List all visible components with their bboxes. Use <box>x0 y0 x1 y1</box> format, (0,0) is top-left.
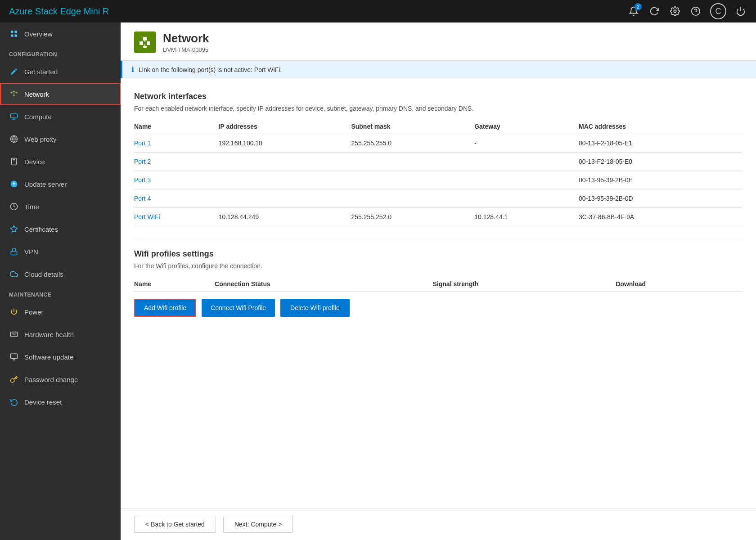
sidebar-item-label-compute: Compute <box>24 113 52 121</box>
section-divider <box>134 240 742 240</box>
svg-line-13 <box>14 91 17 93</box>
sidebar-item-certificates[interactable]: Certificates <box>0 218 121 240</box>
svg-rect-35 <box>143 46 147 48</box>
sidebar-item-label-update-server: Update server <box>24 180 67 188</box>
delete-wifi-profile-button[interactable]: Delete Wifi profile <box>280 299 350 317</box>
svg-rect-11 <box>14 95 15 96</box>
device-icon <box>9 157 19 166</box>
time-icon <box>9 202 19 212</box>
sidebar-item-update-server[interactable]: Update server <box>0 173 121 195</box>
topbar-icons: 2 C <box>627 3 747 19</box>
sidebar-item-label-hardware-health: Hardware health <box>24 331 74 338</box>
topbar: Azure Stack Edge Mini R 2 C <box>0 0 756 22</box>
sidebar-item-network[interactable]: Network <box>0 83 121 105</box>
svg-rect-26 <box>11 251 17 255</box>
col-gateway: Gateway <box>474 119 579 134</box>
power-icon[interactable] <box>734 5 747 18</box>
network-icon <box>9 89 19 99</box>
info-banner-text: Link on the following port(s) is not act… <box>139 66 282 73</box>
svg-rect-20 <box>12 158 17 165</box>
notification-count: 2 <box>634 3 642 10</box>
wifi-profiles-title: Wifi profiles settings <box>134 249 742 259</box>
overview-icon <box>9 29 19 39</box>
sidebar-item-label-web-proxy: Web proxy <box>24 135 56 143</box>
copyright-icon[interactable]: C <box>710 3 726 19</box>
port-name-cell[interactable]: Port 3 <box>134 171 219 189</box>
sidebar-item-label-overview: Overview <box>24 30 53 38</box>
sidebar-item-device-reset[interactable]: Device reset <box>0 391 121 413</box>
sidebar-item-device[interactable]: Device <box>0 150 121 173</box>
network-interfaces-desc: For each enabled network interface, spec… <box>134 105 742 112</box>
gateway-cell: - <box>474 134 579 153</box>
web-proxy-icon <box>9 134 19 144</box>
content-header-text: Network DVM-TMA-00095 <box>163 32 209 53</box>
settings-gear-icon[interactable] <box>669 5 681 18</box>
sidebar-item-label-device: Device <box>24 158 45 166</box>
password-change-icon <box>9 374 19 384</box>
wifi-profiles-table: Name Connection Status Signal strength D… <box>134 277 742 292</box>
mac-cell: 3C-37-86-8B-4F-9A <box>579 208 742 226</box>
network-interfaces-title: Network interfaces <box>134 92 742 101</box>
port-name-cell[interactable]: Port 1 <box>134 134 219 153</box>
help-icon[interactable] <box>689 5 702 18</box>
subnet-cell <box>351 153 474 171</box>
port-name-cell[interactable]: Port WiFi <box>134 208 219 226</box>
software-update-icon <box>9 352 19 362</box>
notification-bell-icon[interactable]: 2 <box>627 5 640 18</box>
next-button[interactable]: Next: Compute > <box>223 516 293 533</box>
back-button[interactable]: < Back to Get started <box>134 516 216 533</box>
subnet-cell <box>351 189 474 208</box>
mac-cell: 00-13-F2-18-05-E0 <box>579 153 742 171</box>
device-reset-icon <box>9 397 19 407</box>
sidebar-item-label-vpn: VPN <box>24 248 38 256</box>
sidebar-item-time[interactable]: Time <box>0 195 121 218</box>
port-name-cell[interactable]: Port 4 <box>134 189 219 208</box>
sidebar-item-web-proxy[interactable]: Web proxy <box>0 128 121 150</box>
gateway-cell <box>474 153 579 171</box>
table-row: Port 200-13-F2-18-05-E0 <box>134 153 742 171</box>
sidebar-item-label-password-change: Password change <box>24 376 78 383</box>
sidebar-item-password-change[interactable]: Password change <box>0 368 121 391</box>
svg-rect-5 <box>15 31 17 33</box>
info-icon: ℹ <box>131 65 134 74</box>
gateway-cell: 10.128.44.1 <box>474 208 579 226</box>
get-started-icon <box>9 67 19 76</box>
refresh-icon[interactable] <box>648 5 661 18</box>
wifi-col-status: Connection Status <box>215 277 432 292</box>
sidebar-item-software-update[interactable]: Software update <box>0 346 121 368</box>
col-name: Name <box>134 119 219 134</box>
sidebar-item-power[interactable]: Power <box>0 301 121 323</box>
svg-rect-15 <box>11 114 18 118</box>
wifi-col-name: Name <box>134 277 215 292</box>
content-body: Network interfaces For each enabled netw… <box>121 78 756 508</box>
sidebar-item-label-time: Time <box>24 203 39 211</box>
svg-line-12 <box>11 91 14 93</box>
sidebar-item-label-power: Power <box>24 308 44 316</box>
svg-rect-7 <box>15 35 17 37</box>
sidebar-item-overview[interactable]: Overview <box>0 22 121 45</box>
sidebar-item-vpn[interactable]: VPN <box>0 240 121 263</box>
svg-rect-33 <box>143 37 147 40</box>
wifi-col-download: Download <box>616 277 742 292</box>
page-title: Network <box>163 32 209 45</box>
sidebar-item-hardware-health[interactable]: Hardware health <box>0 323 121 346</box>
sidebar: Overview CONFIGURATION Get started Netwo… <box>0 22 121 540</box>
add-wifi-profile-button[interactable]: Add Wifi profile <box>134 299 196 317</box>
compute-icon <box>9 112 19 122</box>
connect-wifi-profile-button[interactable]: Connect Wifi Profile <box>202 299 275 317</box>
port-name-cell[interactable]: Port 2 <box>134 153 219 171</box>
svg-rect-6 <box>11 35 13 37</box>
table-row: Port 400-13-95-39-2B-0D <box>134 189 742 208</box>
gateway-cell <box>474 189 579 208</box>
sidebar-item-cloud-details[interactable]: Cloud details <box>0 263 121 285</box>
subnet-cell <box>351 171 474 189</box>
vpn-icon <box>9 247 19 256</box>
sidebar-item-label-device-reset: Device reset <box>24 398 62 406</box>
sidebar-item-get-started[interactable]: Get started <box>0 60 121 83</box>
wifi-profiles-desc: For the Wifi profiles, configure the con… <box>134 262 742 270</box>
sidebar-section-configuration: CONFIGURATION <box>0 45 121 60</box>
mac-cell: 00-13-95-39-2B-0E <box>579 171 742 189</box>
sidebar-item-compute[interactable]: Compute <box>0 105 121 128</box>
content-footer: < Back to Get started Next: Compute > <box>121 508 756 540</box>
col-mac: MAC addresses <box>579 119 742 134</box>
